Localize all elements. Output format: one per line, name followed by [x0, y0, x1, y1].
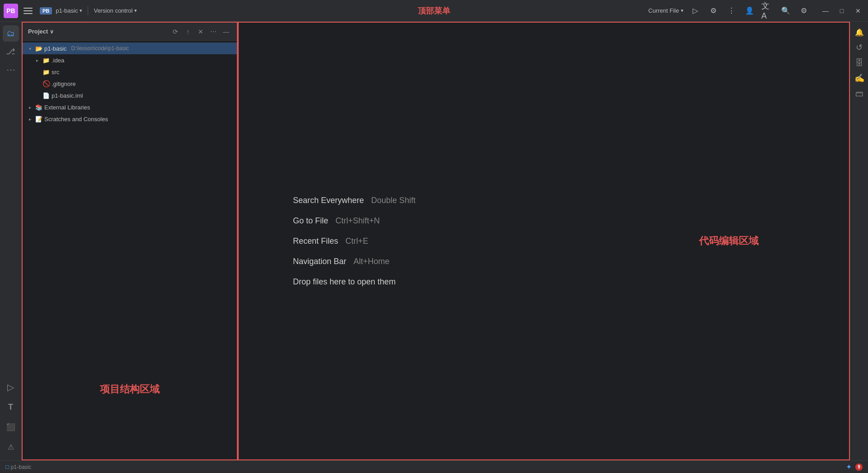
archive-icon[interactable]: 🗃	[853, 87, 866, 100]
hint-recent-files: Recent Files Ctrl+E	[293, 236, 368, 246]
tree-item-scratches-name: Scratches and Consoles	[44, 116, 108, 123]
project-status-name: p1-basic	[11, 464, 31, 470]
separator	[88, 6, 88, 15]
hint-search-everywhere-shortcut: Double Shift	[371, 196, 415, 205]
maximize-button[interactable]: □	[835, 5, 848, 17]
translate-button[interactable]: 文A	[761, 5, 774, 17]
hint-go-to-file-shortcut: Ctrl+Shift+N	[335, 216, 380, 226]
hint-go-to-file-action: Go to File	[293, 216, 328, 226]
run-button[interactable]: ▷	[689, 5, 702, 17]
sidebar-item-project[interactable]: 🗂	[3, 25, 19, 42]
run-config-selector[interactable]: Current File ▾	[648, 7, 684, 14]
code-review-icon[interactable]: ✍	[853, 71, 866, 85]
project-area-label: 项目结构区域	[100, 383, 160, 396]
hint-recent-files-shortcut: Ctrl+E	[345, 236, 368, 246]
tree-item-idea[interactable]: ▸ 📁 .idea	[23, 54, 237, 66]
file-icon-gitignore: 🚫	[42, 80, 50, 87]
tree-item-iml-name: p1-basic.iml	[52, 92, 83, 99]
sidebar-item-run[interactable]: ▷	[3, 379, 19, 395]
minimize-button[interactable]: —	[819, 5, 832, 17]
close-button[interactable]: ✕	[852, 5, 864, 17]
hint-navigation-bar-action: Navigation Bar	[293, 257, 346, 266]
chevron-idea: ▸	[33, 57, 41, 64]
more-panel-button[interactable]: ⋯	[208, 26, 219, 37]
sidebar-item-terminal[interactable]: ⬛	[3, 419, 19, 435]
panel-actions: ⟳ ↑ ✕ ⋯ —	[170, 26, 231, 37]
hint-drop-files: Drop files here to open them	[293, 277, 396, 287]
settings-button[interactable]: ⚙	[797, 5, 810, 17]
sidebar-item-type[interactable]: T	[3, 399, 19, 415]
notification-icon[interactable]: 🔔	[853, 25, 866, 39]
project-badge: PB	[40, 7, 52, 14]
hint-search-everywhere-action: Search Everywhere	[293, 196, 364, 205]
tree-item-src-name: src	[52, 69, 59, 76]
tree-item-external-name: External Libraries	[44, 104, 90, 111]
tree-item-gitignore[interactable]: 🚫 .gitignore	[23, 78, 237, 90]
project-name-dropdown[interactable]: p1-basic ▾	[56, 7, 82, 14]
left-sidebar: 🗂 ⎇ ⋯ ▷ T ⬛ ⚠	[0, 22, 22, 460]
tree-item-idea-name: .idea	[52, 57, 64, 64]
tree-item-gitignore-name: .gitignore	[52, 80, 75, 87]
editor-area: Search Everywhere Double Shift Go to Fil…	[238, 22, 850, 460]
tree-item-scratches[interactable]: ▸ 📝 Scratches and Consoles	[23, 113, 237, 125]
debug-button[interactable]: ⚙	[707, 5, 720, 17]
sidebar-item-git[interactable]: ⎇	[3, 43, 19, 60]
folder-icon-root: 📂	[35, 45, 42, 52]
statusbar-left: □ p1-basic	[5, 464, 31, 470]
sidebar-bottom: ▷ T ⬛ ⚠	[3, 379, 19, 457]
minimize-panel-button[interactable]: —	[221, 26, 231, 37]
file-icon-iml: 📄	[42, 92, 50, 99]
hint-navigation-bar-shortcut: Alt+Home	[354, 257, 390, 266]
tree-item-iml[interactable]: 📄 p1-basic.iml	[23, 90, 237, 101]
database-icon[interactable]: 🗄	[853, 56, 866, 70]
right-sidebar: 🔔 ↺ 🗄 ✍ 🗃	[850, 22, 868, 460]
project-panel-header: Project ∨ ⟳ ↑ ✕ ⋯ —	[23, 23, 237, 41]
folder-icon-src: 📁	[42, 68, 50, 76]
menu-button[interactable]	[22, 5, 34, 17]
app-logo: PB	[4, 4, 18, 18]
statusbar-right: ✦ 9	[846, 463, 863, 471]
titlebar-left: PB PB p1-basic ▾ Version control ▾	[4, 4, 137, 18]
file-tree: ▾ 📂 p1-basic D:\lesson\code\p1-basic ▸ 📁…	[23, 41, 237, 459]
chevron-scratches: ▸	[26, 115, 33, 123]
window-controls: — □ ✕	[819, 5, 864, 17]
folder-icon-idea: 📁	[42, 57, 50, 64]
icon-scratches: 📝	[35, 115, 42, 123]
statusbar: □ p1-basic ✦ 9	[0, 460, 868, 473]
hint-drop-files-action: Drop files here to open them	[293, 277, 396, 287]
search-everywhere-button[interactable]: 🔍	[779, 5, 792, 17]
sync-icon[interactable]: ↺	[853, 41, 866, 54]
panel-title: Project ∨	[28, 28, 54, 35]
project-panel: Project ∨ ⟳ ↑ ✕ ⋯ — ▾ 📂 p1-basic D:\less…	[22, 22, 238, 460]
hint-recent-files-action: Recent Files	[293, 236, 338, 246]
add-user-button[interactable]: 👤	[743, 5, 756, 17]
close-panel-button[interactable]: ✕	[195, 26, 206, 37]
editor-area-label: 代码编辑区域	[699, 234, 759, 248]
version-control-dropdown[interactable]: Version control ▾	[94, 7, 137, 14]
titlebar-center-label: 顶部菜单	[418, 5, 450, 16]
tree-item-root-name: p1-basic	[44, 45, 66, 52]
tree-item-src[interactable]: ▸ 📁 src	[23, 66, 237, 78]
scroll-to-top-button[interactable]: ↑	[183, 26, 193, 37]
titlebar: PB PB p1-basic ▾ Version control ▾ 顶部菜单 …	[0, 0, 868, 22]
project-status-icon: □	[5, 464, 9, 470]
chevron-root: ▾	[26, 45, 33, 52]
tree-item-root[interactable]: ▾ 📂 p1-basic D:\lesson\code\p1-basic	[23, 43, 237, 54]
ide-icon-status[interactable]: ✦	[846, 463, 852, 471]
hint-search-everywhere: Search Everywhere Double Shift	[293, 196, 415, 205]
sidebar-item-more[interactable]: ⋯	[3, 61, 19, 78]
tree-item-external[interactable]: ▸ 📚 External Libraries	[23, 101, 237, 113]
more-actions-button[interactable]: ⋮	[725, 5, 738, 17]
sidebar-item-problems[interactable]: ⚠	[3, 439, 19, 455]
tree-item-root-path: D:\lesson\code\p1-basic	[71, 45, 129, 52]
hint-navigation-bar: Navigation Bar Alt+Home	[293, 257, 390, 266]
problems-count-badge[interactable]: 9	[855, 464, 863, 471]
sync-files-button[interactable]: ⟳	[170, 26, 181, 37]
hint-go-to-file: Go to File Ctrl+Shift+N	[293, 216, 380, 226]
titlebar-right: Current File ▾ ▷ ⚙ ⋮ 👤 文A 🔍 ⚙ — □ ✕	[648, 5, 864, 17]
icon-external: 📚	[35, 104, 42, 111]
main-container: 🗂 ⎇ ⋯ ▷ T ⬛ ⚠ Project ∨ ⟳ ↑ ✕ ⋯ —	[0, 22, 868, 460]
status-project[interactable]: □ p1-basic	[5, 464, 31, 470]
chevron-external: ▸	[26, 104, 33, 111]
